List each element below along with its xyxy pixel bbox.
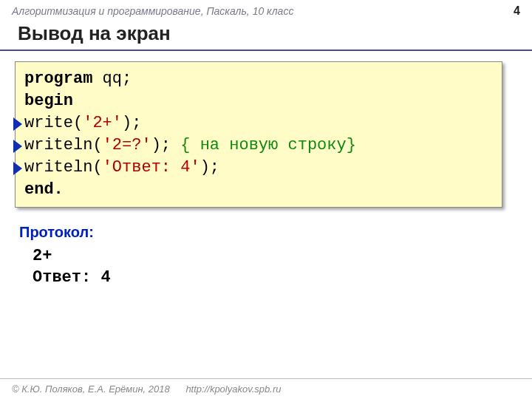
- copyright: © К.Ю. Поляков, Е.А. Ерёмин, 2018: [12, 383, 170, 395]
- code-text: );: [151, 136, 181, 154]
- code-text: writeln(: [24, 136, 103, 154]
- code-area: program qq; begin write('2+'); writeln('…: [15, 61, 532, 208]
- code-line: begin: [24, 90, 493, 112]
- arrow-icon: [13, 117, 22, 131]
- protocol-line: Ответ: 4: [19, 267, 532, 288]
- slide-header: Алгоритмизация и программирование, Паска…: [0, 0, 532, 18]
- code-text: writeln(: [24, 158, 103, 177]
- code-line: program qq;: [24, 68, 493, 90]
- protocol-line: 2+: [19, 245, 532, 267]
- kw-end: end.: [24, 180, 64, 199]
- arrow-icon: [13, 140, 22, 153]
- course-label: Алгоритмизация и программирование, Паска…: [12, 5, 293, 17]
- code-line: end.: [24, 179, 493, 201]
- protocol-section: Протокол: 2+ Ответ: 4: [0, 208, 532, 288]
- kw-begin: begin: [24, 92, 73, 110]
- code-text: qq;: [92, 69, 132, 88]
- comment: { на новую строку}: [180, 136, 356, 154]
- code-text: );: [122, 114, 141, 132]
- str-literal: 'Ответ: 4': [103, 158, 200, 177]
- footer-url: http://kpolyakov.spb.ru: [185, 383, 281, 395]
- code-box: program qq; begin write('2+'); writeln('…: [15, 61, 502, 208]
- kw-program: program: [24, 69, 92, 88]
- page-number: 4: [514, 4, 520, 18]
- slide-title: Вывод на экран: [0, 19, 532, 51]
- str-literal: '2+': [83, 114, 122, 132]
- protocol-title: Протокол:: [19, 224, 532, 241]
- str-literal: '2=?': [103, 136, 151, 154]
- code-text: );: [200, 158, 219, 177]
- code-text: write(: [24, 114, 83, 132]
- code-line: write('2+');: [24, 112, 493, 134]
- arrow-icon: [13, 162, 22, 175]
- code-line: writeln('2=?'); { на новую строку}: [24, 134, 493, 157]
- code-line: writeln('Ответ: 4');: [24, 157, 493, 179]
- slide-footer: © К.Ю. Поляков, Е.А. Ерёмин, 2018 http:/…: [0, 378, 532, 399]
